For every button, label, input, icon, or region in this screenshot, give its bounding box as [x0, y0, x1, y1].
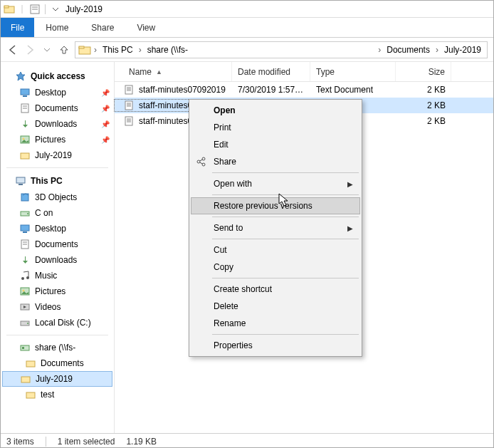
ribbon-tab-share[interactable]: Share	[80, 18, 125, 37]
sidebar-item-downloads[interactable]: Downloads	[1, 252, 114, 268]
breadcrumb[interactable]: July-2019	[441, 45, 484, 55]
svg-rect-16	[21, 153, 29, 159]
sidebar-item-label: July-2019	[35, 150, 72, 160]
sidebar-item-july-2019[interactable]: July-2019	[1, 147, 114, 163]
sidebar-item-pictures[interactable]: Pictures📌	[1, 132, 114, 147]
chevron-right-icon[interactable]: ›	[377, 45, 382, 55]
column-header-type[interactable]: Type	[310, 62, 396, 81]
column-header-date[interactable]: Date modified	[232, 62, 310, 81]
sidebar-item-label: Desktop	[35, 88, 66, 98]
sidebar-item-label: Documents	[35, 239, 78, 249]
pin-icon: 📌	[101, 105, 110, 113]
sidebar-item-3d-objects[interactable]: 3D Objects	[1, 189, 114, 205]
menu-item-create-shortcut[interactable]: Create shortcut	[191, 281, 360, 298]
sidebar-item-share-root[interactable]: share (\\fs-	[1, 340, 114, 355]
chevron-right-icon[interactable]: ›	[93, 45, 98, 55]
menu-item-rename[interactable]: Rename	[191, 315, 360, 332]
chevron-right-icon: ▶	[347, 180, 353, 188]
status-selected-count: 1 item selected	[58, 437, 115, 447]
pin-icon: 📌	[101, 136, 110, 144]
column-header-name[interactable]: Name ▲	[115, 62, 232, 81]
this-pc-header[interactable]: This PC	[1, 172, 114, 189]
nav-pane: Quick access Desktop📌Documents📌Downloads…	[1, 62, 115, 433]
sidebar-item-test[interactable]: test	[1, 387, 114, 402]
folder-icon	[25, 389, 36, 400]
nav-bar: › This PC › share (\\fs- › Documents › J…	[1, 38, 493, 62]
menu-item-label: Create shortcut	[214, 284, 272, 294]
sidebar-item-c-on[interactable]: C on	[1, 205, 114, 221]
sidebar-item-documents[interactable]: Documents	[1, 236, 114, 252]
menu-item-cut[interactable]: Cut	[191, 241, 360, 259]
svg-line-56	[200, 162, 203, 164]
up-button[interactable]	[58, 43, 70, 56]
svg-rect-1	[4, 6, 9, 8]
recent-locations-dropdown[interactable]	[41, 43, 53, 56]
sidebar-item-label: 3D Objects	[35, 192, 77, 202]
ribbon-tab-home[interactable]: Home	[34, 18, 80, 37]
menu-item-copy[interactable]: Copy	[191, 259, 360, 276]
menu-item-share[interactable]: Share	[191, 153, 360, 170]
table-row[interactable]: staff-minutes070920197/30/2019 1:57 PMTe…	[115, 82, 493, 98]
svg-rect-40	[125, 85, 132, 94]
forward-button[interactable]	[23, 43, 36, 56]
svg-rect-10	[23, 95, 27, 97]
back-button[interactable]	[6, 43, 19, 56]
svg-rect-17	[16, 177, 25, 183]
column-header-size[interactable]: Size	[396, 62, 451, 81]
file-name: staff-minutes07092019	[139, 85, 226, 95]
desktop-icon	[19, 87, 31, 98]
qat-dropdown-icon[interactable]	[50, 4, 61, 15]
sidebar-item-label: Pictures	[35, 135, 65, 145]
file-size: 2 KB	[396, 85, 451, 95]
status-bar: 3 items 1 item selected 1.19 KB	[1, 433, 493, 448]
svg-rect-39	[26, 392, 35, 398]
address-bar[interactable]: › This PC › share (\\fs- › Documents › J…	[75, 41, 488, 58]
menu-item-restore-previous-versions[interactable]: Restore previous versions	[191, 197, 360, 214]
folder-icon	[19, 150, 31, 161]
menu-item-properties[interactable]: Properties	[191, 337, 360, 354]
breadcrumb[interactable]: Documents	[384, 45, 433, 55]
sidebar-item-desktop[interactable]: Desktop📌	[1, 85, 114, 100]
sort-asc-icon: ▲	[156, 68, 162, 75]
ribbon-tab-view[interactable]: View	[125, 18, 167, 37]
sidebar-item-local-disk-c-[interactable]: Local Disk (C:)	[1, 315, 114, 330]
menu-item-label: Open with	[214, 179, 252, 189]
breadcrumb[interactable]: share (\\fs-	[144, 45, 191, 55]
sidebar-item-label: Documents	[35, 103, 78, 113]
menu-separator	[212, 194, 359, 195]
quick-access-header[interactable]: Quick access	[1, 68, 114, 85]
menu-item-open-with[interactable]: Open with▶	[191, 175, 360, 192]
chevron-right-icon[interactable]: ›	[137, 45, 143, 55]
sidebar-item-documents[interactable]: Documents📌	[1, 100, 114, 116]
music-icon	[19, 270, 31, 281]
sidebar-item-desktop[interactable]: Desktop	[1, 221, 114, 236]
chevron-right-icon[interactable]: ›	[434, 45, 440, 55]
svg-rect-18	[19, 184, 23, 185]
sidebar-item-july-2019[interactable]: July-2019	[2, 371, 112, 387]
pin-icon: 📌	[101, 120, 110, 128]
menu-item-delete[interactable]: Delete	[191, 298, 360, 315]
folder-icon	[25, 358, 36, 369]
share-icon	[195, 156, 206, 167]
breadcrumb[interactable]: This PC	[100, 45, 136, 55]
column-headers: Name ▲ Date modified Type Size	[115, 62, 493, 82]
sidebar-item-downloads[interactable]: Downloads📌	[1, 116, 114, 132]
svg-rect-37	[26, 361, 35, 367]
ribbon-file-tab[interactable]: File	[1, 18, 34, 37]
menu-separator	[212, 172, 359, 173]
downloads-icon	[19, 254, 31, 266]
menu-item-print[interactable]: Print	[191, 119, 360, 136]
menu-item-open[interactable]: Open	[191, 102, 360, 119]
menu-item-send-to[interactable]: Send to▶	[191, 219, 360, 236]
menu-item-edit[interactable]: Edit	[191, 136, 360, 153]
properties-icon[interactable]	[29, 4, 41, 15]
text-file-icon	[123, 84, 135, 95]
pin-icon: 📌	[101, 89, 110, 97]
sidebar-item-music[interactable]: Music	[1, 268, 114, 283]
svg-rect-7	[79, 46, 84, 48]
sidebar-item-documents[interactable]: Documents	[1, 355, 114, 371]
sidebar-item-pictures[interactable]: Pictures	[1, 283, 114, 299]
sidebar-item-videos[interactable]: Videos	[1, 299, 114, 315]
status-selected-size: 1.19 KB	[126, 437, 157, 447]
svg-rect-9	[21, 89, 29, 95]
